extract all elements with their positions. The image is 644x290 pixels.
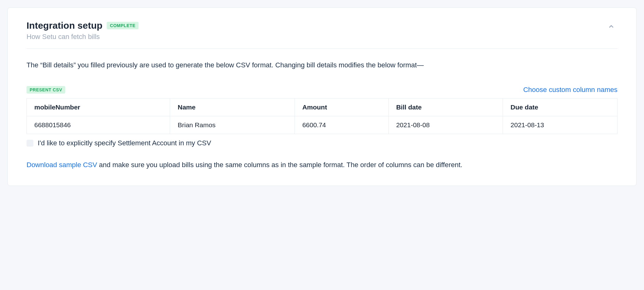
card-header: Integration setup COMPLETE How Setu can … <box>27 20 617 41</box>
col-amount: Amount <box>295 98 388 116</box>
csv-header-row: PRESENT CSV Choose custom column names <box>27 86 617 94</box>
cell-duedate: 2021-08-13 <box>503 116 617 134</box>
settlement-checkbox[interactable] <box>27 140 33 147</box>
cell-name: Brian Ramos <box>170 116 295 134</box>
download-sample-csv-link[interactable]: Download sample CSV <box>27 161 97 169</box>
page-subtitle: How Setu can fetch bills <box>27 33 139 41</box>
download-rest-text: and make sure you upload bills using the… <box>97 161 462 169</box>
integration-setup-card: Integration setup COMPLETE How Setu can … <box>7 7 637 186</box>
csv-preview-table: mobileNumber Name Amount Bill date Due d… <box>27 98 617 134</box>
col-name: Name <box>170 98 295 116</box>
page-title: Integration setup <box>27 20 102 31</box>
cell-mobilenumber: 6688015846 <box>27 116 170 134</box>
status-badge: COMPLETE <box>107 22 139 29</box>
header-divider <box>27 48 617 49</box>
col-mobilenumber: mobileNumber <box>27 98 170 116</box>
settlement-checkbox-row: I'd like to explicitly specify Settlemen… <box>27 139 617 147</box>
title-row: Integration setup COMPLETE <box>27 20 139 31</box>
cell-billdate: 2021-08-08 <box>388 116 503 134</box>
present-csv-badge: PRESENT CSV <box>27 86 65 94</box>
csv-description: The “Bill details” you filled previously… <box>27 60 617 70</box>
header-left: Integration setup COMPLETE How Setu can … <box>27 20 139 41</box>
table-header-row: mobileNumber Name Amount Bill date Due d… <box>27 98 617 116</box>
col-billdate: Bill date <box>388 98 503 116</box>
chevron-up-icon <box>607 23 615 30</box>
cell-amount: 6600.74 <box>295 116 388 134</box>
choose-custom-columns-link[interactable]: Choose custom column names <box>523 86 617 94</box>
col-duedate: Due date <box>503 98 617 116</box>
collapse-button[interactable] <box>605 20 617 33</box>
table-row: 6688015846 Brian Ramos 6600.74 2021-08-0… <box>27 116 617 134</box>
download-instructions: Download sample CSV and make sure you up… <box>27 160 617 170</box>
settlement-checkbox-label[interactable]: I'd like to explicitly specify Settlemen… <box>38 139 211 147</box>
